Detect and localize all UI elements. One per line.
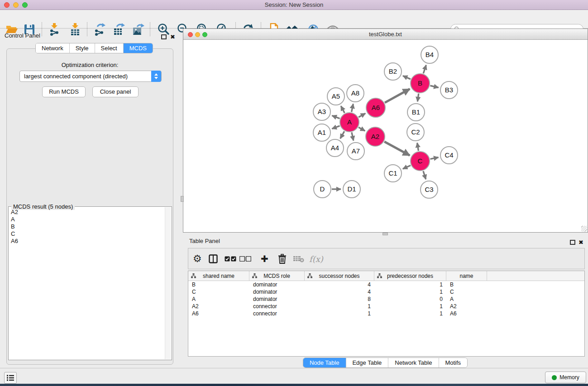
graph-edge-A-A2[interactable]: [359, 127, 365, 131]
table-panel-float-button[interactable]: [570, 238, 575, 247]
column-header-name[interactable]: name: [446, 271, 487, 281]
table-cell[interactable]: B: [446, 281, 487, 288]
graph-node-A7[interactable]: A7: [347, 143, 364, 160]
zoom-window-button[interactable]: [22, 2, 28, 8]
table-cell[interactable]: 0: [374, 295, 446, 303]
export-table-button[interactable]: [112, 23, 125, 36]
graph-edge-C-C2[interactable]: [417, 143, 419, 151]
graph-node-C3[interactable]: C3: [421, 181, 438, 198]
table-cell[interactable]: dominator: [249, 295, 305, 303]
graph-node-B2[interactable]: B2: [384, 63, 402, 80]
clear-selection-button[interactable]: [239, 253, 251, 265]
control-panel-float-button[interactable]: [161, 33, 167, 41]
network-window-controls[interactable]: [188, 32, 207, 37]
tab-mcds[interactable]: MCDS: [124, 43, 153, 53]
table-cell[interactable]: A: [188, 295, 249, 303]
table-row[interactable]: Adominator80A: [188, 295, 584, 303]
column-header-predecessor-nodes[interactable]: predecessor nodes: [374, 271, 446, 281]
graph-edge-B-B3[interactable]: [430, 86, 438, 87]
run-mcds-button[interactable]: Run MCDS: [42, 86, 86, 97]
graph-node-C1[interactable]: C1: [384, 165, 402, 182]
graph-node-B4[interactable]: B4: [421, 46, 438, 63]
table-cell[interactable]: 1: [374, 310, 446, 317]
table-settings-button[interactable]: ⚙: [193, 253, 202, 265]
table-cell[interactable]: 1: [374, 288, 446, 295]
table-cell[interactable]: 1: [374, 281, 446, 288]
graph-node-B3[interactable]: B3: [440, 81, 458, 99]
import-table-button[interactable]: [68, 23, 82, 36]
table-cell[interactable]: A: [446, 295, 487, 303]
graph-node-A6[interactable]: A6: [366, 98, 385, 117]
graph-node-A3[interactable]: A3: [313, 103, 330, 120]
graph-node-C2[interactable]: C2: [407, 124, 424, 141]
graph-node-B[interactable]: B: [411, 74, 430, 93]
close-panel-button[interactable]: Close panel: [92, 86, 139, 97]
result-scrollbar[interactable]: [165, 207, 171, 359]
table-cell[interactable]: 4: [305, 288, 374, 295]
graph-edge-A-A6[interactable]: [359, 114, 365, 117]
scrollbar-thumb-horizontal[interactable]: [382, 233, 388, 235]
graph-edge-A-A4[interactable]: [340, 131, 344, 138]
tab-motifs[interactable]: Motifs: [439, 358, 467, 367]
memory-button[interactable]: Memory: [545, 372, 586, 383]
minimize-window-button[interactable]: [13, 2, 19, 8]
graph-node-D1[interactable]: D1: [343, 181, 360, 198]
column-header-MCDS-role[interactable]: MCDS role: [249, 271, 305, 281]
table-cell[interactable]: 8: [305, 295, 374, 303]
tab-edge-table[interactable]: Edge Table: [346, 358, 388, 367]
optimization-criterion-select[interactable]: largest connected component (directed): [19, 71, 162, 82]
tab-style[interactable]: Style: [70, 43, 95, 53]
table-row[interactable]: Cdominator41C: [188, 288, 584, 295]
graph-edge-A6-B[interactable]: [385, 89, 410, 103]
result-item[interactable]: A2: [9, 209, 164, 216]
zoom-window-button[interactable]: [202, 32, 207, 37]
table-cell[interactable]: A2: [188, 303, 249, 310]
graph-edge-A-A7[interactable]: [352, 132, 354, 140]
graph-edge-C-C3[interactable]: [423, 171, 426, 179]
column-header-shared-name[interactable]: shared name: [188, 271, 249, 281]
result-item[interactable]: A: [9, 216, 164, 223]
network-canvas[interactable]: B4B2BB3A8A5A6A3B1AC2A1A2A4A7C4CC1DD1C3: [183, 40, 588, 232]
graph-edge-C-C1[interactable]: [403, 165, 411, 169]
graph-edge-A-A8[interactable]: [352, 104, 354, 112]
table-cell[interactable]: 1: [305, 303, 374, 310]
tab-network[interactable]: Network: [36, 43, 70, 53]
result-item[interactable]: B: [9, 223, 164, 230]
graph-node-B1[interactable]: B1: [407, 104, 425, 121]
table-row[interactable]: A6connector11A6: [188, 310, 584, 317]
window-controls[interactable]: [4, 2, 28, 8]
graph-node-A5[interactable]: A5: [327, 88, 344, 105]
select-stepper[interactable]: [151, 71, 161, 82]
graph-node-A1[interactable]: A1: [313, 124, 330, 141]
table-row[interactable]: Bdominator41B: [188, 281, 584, 288]
graph-node-C[interactable]: C: [411, 152, 430, 171]
table-row[interactable]: A2connector11A2: [188, 303, 584, 310]
task-history-button[interactable]: [4, 372, 17, 384]
minimize-window-button[interactable]: [195, 32, 200, 37]
table-cell[interactable]: connector: [249, 303, 305, 310]
graph-node-A4[interactable]: A4: [326, 139, 344, 157]
graph-edge-B-B1[interactable]: [417, 94, 418, 101]
table-cell[interactable]: A2: [446, 303, 487, 310]
show-columns-button[interactable]: [209, 253, 218, 265]
graph-node-A2[interactable]: A2: [366, 127, 385, 146]
graph-edge-B-B2[interactable]: [403, 76, 411, 79]
graph-node-D[interactable]: D: [314, 181, 331, 198]
graph-edge-A-A3[interactable]: [332, 115, 339, 118]
resize-grip[interactable]: [581, 226, 587, 232]
graph-edge-B-B4[interactable]: [423, 65, 426, 73]
result-item[interactable]: A6: [9, 238, 164, 245]
graph-node-A[interactable]: A: [340, 113, 359, 132]
delete-column-button[interactable]: [278, 253, 287, 265]
graph-edge-A2-C[interactable]: [384, 142, 410, 156]
table-cell[interactable]: C: [446, 288, 487, 295]
graph-node-C4[interactable]: C4: [440, 147, 458, 164]
select-all-button[interactable]: [225, 253, 236, 265]
tab-node-table[interactable]: Node Table: [303, 358, 346, 367]
add-column-button[interactable]: ✚: [261, 253, 268, 265]
network-graph[interactable]: B4B2BB3A8A5A6A3B1AC2A1A2A4A7C4CC1DD1C3: [183, 40, 588, 232]
table-cell[interactable]: dominator: [249, 281, 305, 288]
export-network-button[interactable]: [92, 23, 106, 36]
network-window-titlebar[interactable]: testGlobe.txt: [183, 29, 588, 40]
graph-edge-C-C4[interactable]: [430, 157, 439, 159]
